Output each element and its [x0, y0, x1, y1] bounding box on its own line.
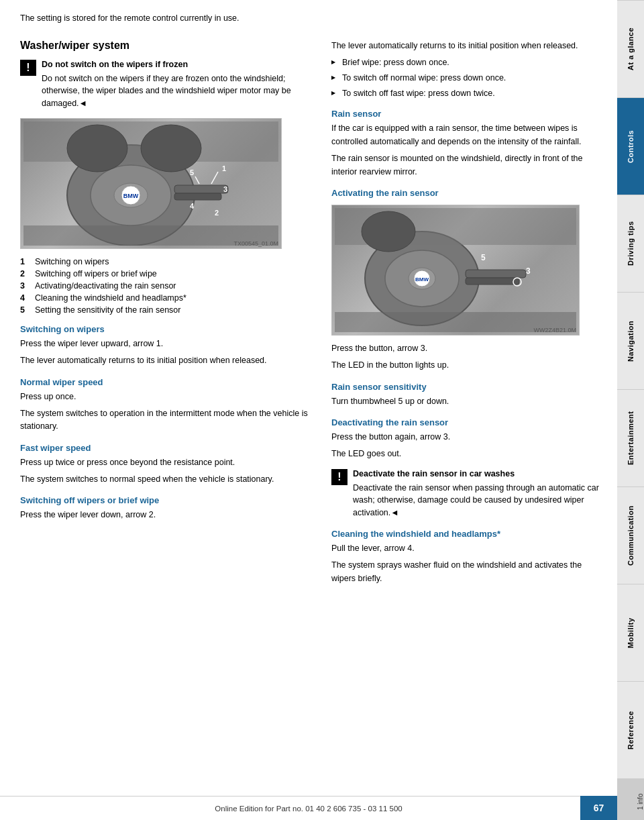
svg-text:1: 1	[222, 164, 226, 172]
tab-at-a-glance[interactable]: At a glance	[617, 0, 644, 97]
numbered-list: 1 Switching on wipers 2 Switching off wi…	[20, 257, 315, 315]
item-num-5: 5	[20, 305, 30, 315]
list-item-3: 3 Activating/deactivating the rain senso…	[20, 281, 315, 291]
warning-body-frozen: Do not switch on the wipers if they are …	[42, 74, 291, 109]
tab-reference[interactable]: Reference	[617, 681, 644, 778]
activating-title: Activating the rain sensor	[331, 188, 604, 198]
rain-sensor-main-title: Rain sensor	[331, 109, 604, 119]
tab-mobility-label: Mobility	[627, 617, 635, 648]
diagram-wiper-system: BMW 1 5 3	[20, 118, 282, 249]
normal-speed-p2: The system switches to operation in the …	[20, 407, 315, 433]
tab-mobility[interactable]: Mobility	[617, 584, 644, 681]
tab-controls[interactable]: Controls	[617, 97, 644, 195]
left-column: Washer/wiper system ! Do not switch on t…	[20, 40, 315, 793]
switching-on-title: Switching on wipers	[20, 324, 315, 334]
svg-text:5: 5	[481, 253, 486, 262]
diagram-rain-sensor: BMW 5 3	[331, 205, 580, 336]
diagram-overlay-left: BMW 1 5 3	[21, 119, 281, 248]
fast-speed-p2: The system switches to normal speed when…	[20, 473, 315, 486]
deactivating-title: Deactivating the rain sensor	[331, 417, 604, 427]
list-item-5: 5 Setting the sensitivity of the rain se…	[20, 305, 315, 315]
svg-point-17	[141, 125, 201, 172]
warning-title-carwash: Deactivate the rain sensor in car washes	[353, 468, 604, 480]
list-item-2: 2 Switching off wipers or brief wipe	[20, 269, 315, 278]
cleaning-p1: Pull the lever, arrow 4.	[331, 542, 604, 555]
normal-speed-p1: Press up once.	[20, 391, 315, 403]
deactivating-p1: Press the button again, arrow 3.	[331, 431, 604, 444]
item-num-2: 2	[20, 269, 30, 278]
svg-line-10	[195, 176, 199, 184]
warning-title-frozen: Do not switch on the wipers if frozen	[42, 58, 315, 71]
warning-text-carwash: Deactivate the rain sensor in car washes…	[353, 468, 604, 519]
rain-sensor-p1: If the car is equipped with a rain senso…	[331, 122, 604, 148]
switching-on-p2: The lever automatically returns to its i…	[20, 354, 315, 367]
cleaning-title: Cleaning the windshield and headlamps*	[331, 529, 604, 539]
svg-point-16	[67, 125, 127, 172]
svg-rect-24	[466, 278, 519, 285]
switching-off-p1: Press the wiper lever down, arrow 2.	[20, 509, 315, 521]
warning-icon-carwash: !	[331, 469, 347, 485]
list-item-4: 4 Cleaning the windshield and headlamps*	[20, 293, 315, 303]
tab-communication[interactable]: Communication	[617, 486, 644, 584]
tab-controls-label: Controls	[627, 130, 635, 162]
svg-text:BMW: BMW	[123, 193, 139, 199]
tab-reference-label: Reference	[627, 711, 635, 750]
tab-driving-tips-label: Driving tips	[627, 221, 635, 266]
rain-sensor-p2: The rain sensor is mounted on the windsh…	[331, 152, 604, 178]
right-intro-p1: The lever automatically returns to its i…	[331, 40, 604, 52]
list-item-1: 1 Switching on wipers	[20, 257, 315, 266]
svg-text:3: 3	[526, 266, 531, 276]
switching-on-p1: Press the wiper lever upward, arrow 1.	[20, 338, 315, 350]
item-text-5: Setting the sensitivity of the rain sens…	[35, 305, 180, 315]
item-num-1: 1	[20, 257, 30, 266]
svg-text:4: 4	[190, 202, 195, 210]
switching-off-title: Switching off wipers or brief wipe	[20, 495, 315, 505]
washer-wiper-title: Washer/wiper system	[20, 40, 315, 52]
cleaning-p2: The system sprays washer fluid on the wi…	[331, 559, 604, 585]
sidebar-tabs: At a glance Controls Driving tips Naviga…	[617, 0, 644, 820]
tab-navigation-label: Navigation	[627, 320, 635, 361]
deactivating-p2: The LED goes out.	[331, 448, 604, 460]
fast-speed-title: Fast wiper speed	[20, 443, 315, 453]
diagram-svg-right: BMW 5 3	[335, 208, 576, 332]
svg-point-30	[362, 211, 415, 252]
warning-box-frozen: ! Do not switch on the wipers if frozen …	[20, 58, 315, 110]
fast-speed-p1: Press up twice or press once beyond the …	[20, 456, 315, 469]
bullet-brief-wipe: Brief wipe: press down once.	[331, 56, 604, 69]
svg-text:5: 5	[190, 168, 194, 176]
bullet-switch-fast: To switch off fast wipe: press down twic…	[331, 87, 604, 100]
svg-line-7	[211, 172, 218, 184]
warning-text-frozen: Do not switch on the wipers if frozen Do…	[42, 58, 315, 110]
item-text-1: Switching on wipers	[35, 257, 109, 266]
warning-box-carwash: ! Deactivate the rain sensor in car wash…	[331, 468, 604, 519]
intro-text: The setting is stored for the remote con…	[20, 12, 604, 25]
info-tab[interactable]: 1 info	[617, 778, 644, 820]
tab-driving-tips[interactable]: Driving tips	[617, 195, 644, 292]
tab-navigation[interactable]: Navigation	[617, 292, 644, 389]
svg-text:3: 3	[223, 185, 227, 193]
page-number: 67	[580, 796, 617, 820]
main-content: The setting is stored for the remote con…	[0, 0, 617, 820]
activating-p1: Press the button, arrow 3.	[331, 342, 604, 355]
normal-speed-title: Normal wiper speed	[20, 377, 315, 387]
sensitivity-title: Rain sensor sensitivity	[331, 382, 604, 392]
item-num-4: 4	[20, 293, 30, 303]
svg-text:BMW: BMW	[415, 276, 429, 283]
bullet-switch-normal: To switch off normal wipe: press down on…	[331, 72, 604, 85]
tab-communication-label: Communication	[627, 505, 635, 566]
svg-rect-23	[466, 270, 526, 278]
svg-text:2: 2	[215, 209, 219, 217]
diagram-note-left: TX00545_01.0M	[233, 240, 278, 247]
diagram-note-right: WW2Z4B21.0M	[533, 327, 576, 334]
item-text-2: Switching off wipers or brief wipe	[35, 269, 157, 278]
item-text-4: Cleaning the windshield and headlamps*	[35, 293, 186, 303]
diagram-svg-left: BMW 1 5 3	[23, 121, 278, 246]
diagram-overlay-right: BMW 5 3	[332, 205, 579, 335]
item-num-3: 3	[20, 281, 30, 291]
tab-entertainment[interactable]: Entertainment	[617, 389, 644, 486]
tab-entertainment-label: Entertainment	[627, 411, 635, 465]
right-column: The lever automatically returns to its i…	[331, 40, 604, 793]
svg-rect-6	[174, 193, 221, 200]
page-container: The setting is stored for the remote con…	[0, 0, 644, 820]
footer-online-text: Online Edition for Part no. 01 40 2 606 …	[215, 805, 402, 813]
